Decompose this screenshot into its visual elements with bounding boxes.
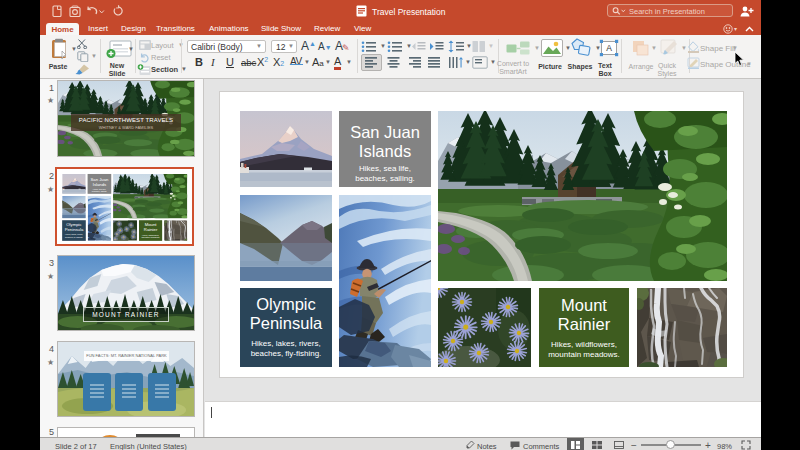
svg-text:A: A <box>606 43 612 53</box>
